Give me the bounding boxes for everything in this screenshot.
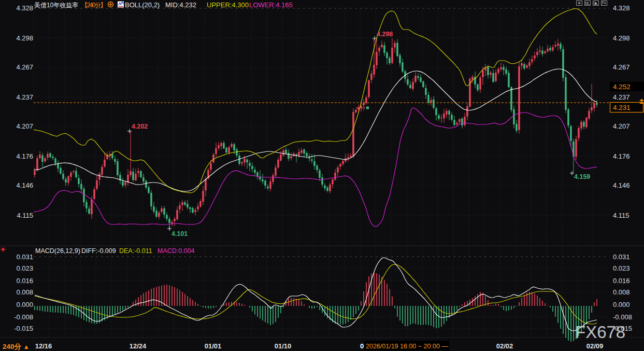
svg-text:4.101: 4.101 bbox=[171, 230, 188, 237]
svg-text:4.146: 4.146 bbox=[16, 181, 33, 189]
svg-text:4.267: 4.267 bbox=[16, 63, 33, 71]
svg-text:4.328: 4.328 bbox=[16, 4, 33, 12]
svg-text:4.207: 4.207 bbox=[16, 122, 33, 130]
svg-text:4.298: 4.298 bbox=[16, 34, 33, 42]
svg-text:0.008: 0.008 bbox=[613, 288, 630, 296]
svg-text:4.237: 4.237 bbox=[613, 93, 630, 101]
svg-text:0.031: 0.031 bbox=[613, 253, 630, 261]
svg-text:4.159: 4.159 bbox=[574, 173, 590, 180]
svg-text:0: 0 bbox=[360, 342, 364, 350]
svg-text:4.328: 4.328 bbox=[613, 4, 630, 12]
svg-text:240分 ▲: 240分 ▲ bbox=[3, 343, 30, 350]
svg-text:UPPER:4.300: UPPER:4.300 bbox=[207, 1, 249, 9]
svg-text:4.146: 4.146 bbox=[613, 181, 630, 189]
svg-text:-0.008: -0.008 bbox=[14, 313, 33, 321]
svg-text:FX678: FX678 bbox=[575, 322, 625, 342]
svg-text:12/16: 12/16 bbox=[35, 342, 52, 350]
svg-text:4.231: 4.231 bbox=[613, 104, 631, 111]
svg-text:-0.008: -0.008 bbox=[613, 313, 632, 321]
svg-text:01/10: 01/10 bbox=[275, 342, 292, 350]
svg-text:LOWER:4.165: LOWER:4.165 bbox=[249, 1, 293, 9]
svg-text:2026/01/19 16:00 ~ 20:00 —: 2026/01/19 16:00 ~ 20:00 — bbox=[366, 343, 448, 350]
svg-text:0.016: 0.016 bbox=[16, 277, 33, 285]
svg-text:MACD:0.004: MACD:0.004 bbox=[158, 247, 195, 255]
svg-text:4.267: 4.267 bbox=[613, 63, 630, 71]
svg-text:-0.015: -0.015 bbox=[14, 325, 33, 332]
svg-text:4.298: 4.298 bbox=[377, 31, 393, 38]
svg-text:0.000: 0.000 bbox=[613, 301, 630, 308]
svg-text:4.207: 4.207 bbox=[613, 122, 630, 130]
svg-text:【240分】: 【240分】 bbox=[81, 2, 106, 9]
svg-text:4.237: 4.237 bbox=[16, 93, 33, 101]
svg-text:4.115: 4.115 bbox=[17, 212, 33, 219]
svg-text:4.252: 4.252 bbox=[613, 83, 631, 91]
svg-text:0.031: 0.031 bbox=[16, 253, 33, 261]
svg-text:0.008: 0.008 bbox=[16, 288, 33, 296]
svg-text:0.023: 0.023 bbox=[613, 264, 630, 272]
svg-text:MACD(26,12,9): MACD(26,12,9) bbox=[35, 247, 80, 255]
svg-text:美债10年收益率: 美债10年收益率 bbox=[34, 2, 78, 9]
svg-text:02/09: 02/09 bbox=[586, 342, 604, 350]
svg-text:4.202: 4.202 bbox=[132, 123, 148, 130]
svg-text:DIFF:-0.009: DIFF:-0.009 bbox=[81, 247, 116, 255]
svg-text:4.115: 4.115 bbox=[613, 212, 629, 219]
svg-text:MID:4.232: MID:4.232 bbox=[165, 1, 196, 9]
svg-text:0.023: 0.023 bbox=[16, 264, 33, 272]
svg-text:DEA:-0.011: DEA:-0.011 bbox=[119, 247, 152, 255]
svg-text:0.000: 0.000 bbox=[16, 301, 33, 308]
svg-text:4.176: 4.176 bbox=[16, 152, 33, 160]
svg-text:4.176: 4.176 bbox=[613, 152, 630, 160]
svg-text:01/01: 01/01 bbox=[205, 342, 222, 350]
svg-text:0.016: 0.016 bbox=[613, 277, 630, 285]
svg-text:02/02: 02/02 bbox=[496, 342, 513, 350]
svg-text:12/24: 12/24 bbox=[130, 342, 147, 350]
svg-text:BOLL(20,2): BOLL(20,2) bbox=[125, 1, 160, 9]
svg-text:4.298: 4.298 bbox=[613, 34, 630, 42]
